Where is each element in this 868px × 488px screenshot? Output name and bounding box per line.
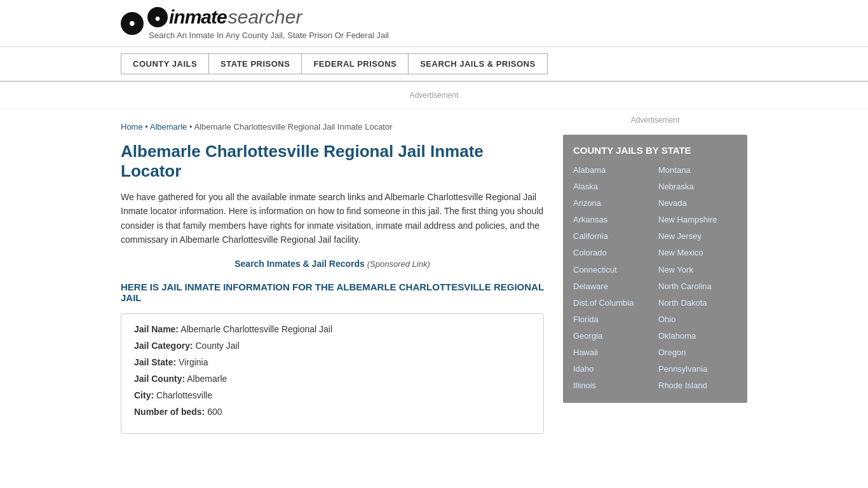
state-link[interactable]: Colorado bbox=[573, 246, 652, 260]
county-jails-title: COUNTY JAILS BY STATE bbox=[573, 145, 737, 156]
state-link[interactable]: Montana bbox=[658, 163, 737, 177]
logo-icon: ● bbox=[121, 12, 144, 35]
ad-top-banner: Advertisement bbox=[0, 82, 868, 109]
state-link[interactable]: Illinois bbox=[573, 379, 652, 393]
jail-category-val: County Jail bbox=[195, 341, 239, 351]
jail-city-label: City: bbox=[134, 390, 154, 400]
state-link[interactable]: Nevada bbox=[658, 196, 737, 210]
content-wrapper: Home • Albemarle • Albemarle Charlottesv… bbox=[0, 116, 868, 434]
jail-name-val: Albemarle Charlottesville Regional Jail bbox=[180, 324, 332, 334]
jail-state-row: Jail State: Virginia bbox=[134, 357, 531, 367]
jail-state-label: Jail State: bbox=[134, 357, 176, 367]
jail-name-label: Jail Name: bbox=[134, 324, 179, 334]
state-link[interactable]: Idaho bbox=[573, 362, 652, 376]
state-link[interactable]: North Dakota bbox=[658, 296, 737, 310]
breadcrumb-home[interactable]: Home bbox=[121, 122, 143, 132]
state-link[interactable]: Connecticut bbox=[573, 263, 652, 277]
state-prisons-nav-btn[interactable]: STATE PRISONS bbox=[208, 53, 301, 74]
county-jails-nav-btn[interactable]: COUNTY JAILS bbox=[121, 53, 208, 74]
tagline: Search An Inmate In Any County Jail, Sta… bbox=[147, 30, 389, 40]
logo-area: ● ● inmate searcher Search An Inmate In … bbox=[121, 6, 747, 40]
jail-county-row: Jail County: Albemarle bbox=[134, 374, 531, 384]
logo-text: ● inmate searcher bbox=[147, 6, 389, 28]
state-link[interactable]: Rhode Island bbox=[658, 379, 737, 393]
jail-county-val: Albemarle bbox=[187, 374, 227, 384]
state-link[interactable]: Hawaii bbox=[573, 346, 652, 360]
state-link[interactable]: New Jersey bbox=[658, 229, 737, 243]
county-jails-box: COUNTY JAILS BY STATE AlabamaMontanaAlas… bbox=[563, 135, 747, 403]
nav-inner: COUNTY JAILS STATE PRISONS FEDERAL PRISO… bbox=[121, 53, 747, 74]
state-link[interactable]: New Hampshire bbox=[658, 213, 737, 227]
sidebar: Advertisement COUNTY JAILS BY STATE Alab… bbox=[563, 116, 747, 434]
breadcrumb: Home • Albemarle • Albemarle Charlottesv… bbox=[121, 122, 544, 132]
jail-city-row: City: Charlottesville bbox=[134, 390, 531, 400]
state-link[interactable]: Oklahoma bbox=[658, 329, 737, 343]
page-title: Albemarle Charlottesville Regional Jail … bbox=[121, 142, 544, 181]
sponsored-text: (Sponsored Link) bbox=[367, 259, 430, 269]
state-link[interactable]: Alabama bbox=[573, 163, 652, 177]
state-link[interactable]: Pennsylvania bbox=[658, 362, 737, 376]
state-link[interactable]: New York bbox=[658, 263, 737, 277]
info-box: Jail Name: Albemarle Charlottesville Reg… bbox=[121, 313, 544, 434]
state-link[interactable]: Dist.of Columbia bbox=[573, 296, 652, 310]
search-jails-nav-btn[interactable]: SEARCH JAILS & PRISONS bbox=[408, 53, 547, 74]
state-link[interactable]: Delaware bbox=[573, 280, 652, 294]
header: ● ● inmate searcher Search An Inmate In … bbox=[0, 0, 868, 47]
sidebar-ad: Advertisement bbox=[563, 116, 747, 125]
state-link[interactable]: Ohio bbox=[658, 313, 737, 327]
federal-prisons-nav-btn[interactable]: FEDERAL PRISONS bbox=[301, 53, 408, 74]
search-inmates-link[interactable]: Search Inmates & Jail Records bbox=[234, 259, 365, 269]
section-heading: HERE IS JAIL INMATE INFORMATION FOR THE … bbox=[121, 281, 544, 303]
main-content: Home • Albemarle • Albemarle Charlottesv… bbox=[121, 116, 544, 434]
jail-state-val: Virginia bbox=[179, 357, 208, 367]
state-link[interactable]: Georgia bbox=[573, 329, 652, 343]
states-grid: AlabamaMontanaAlaskaNebraskaArizonaNevad… bbox=[573, 163, 737, 393]
state-link[interactable]: Oregon bbox=[658, 346, 737, 360]
state-link[interactable]: Nebraska bbox=[658, 180, 737, 194]
jail-category-row: Jail Category: County Jail bbox=[134, 341, 531, 351]
state-link[interactable]: California bbox=[573, 229, 652, 243]
jail-beds-label: Number of beds: bbox=[134, 407, 205, 417]
jail-beds-row: Number of beds: 600 bbox=[134, 407, 531, 417]
description-text: We have gathered for you all the availab… bbox=[121, 190, 544, 247]
search-link-area: Search Inmates & Jail Records (Sponsored… bbox=[121, 259, 544, 269]
jail-category-label: Jail Category: bbox=[134, 341, 193, 351]
state-link[interactable]: New Mexico bbox=[658, 246, 737, 260]
state-link[interactable]: Arkansas bbox=[573, 213, 652, 227]
breadcrumb-sep1: • bbox=[145, 122, 149, 132]
breadcrumb-parent[interactable]: Albemarle bbox=[150, 122, 187, 132]
state-link[interactable]: Alaska bbox=[573, 180, 652, 194]
jail-county-label: Jail County: bbox=[134, 374, 185, 384]
jail-name-row: Jail Name: Albemarle Charlottesville Reg… bbox=[134, 324, 531, 334]
nav-bar: COUNTY JAILS STATE PRISONS FEDERAL PRISO… bbox=[0, 47, 868, 82]
jail-beds-val: 600 bbox=[207, 407, 222, 417]
breadcrumb-current: Albemarle Charlottesville Regional Jail … bbox=[194, 122, 392, 132]
jail-city-val: Charlottesville bbox=[156, 390, 212, 400]
state-link[interactable]: North Carolina bbox=[658, 280, 737, 294]
state-link[interactable]: Arizona bbox=[573, 196, 652, 210]
state-link[interactable]: Florida bbox=[573, 313, 652, 327]
